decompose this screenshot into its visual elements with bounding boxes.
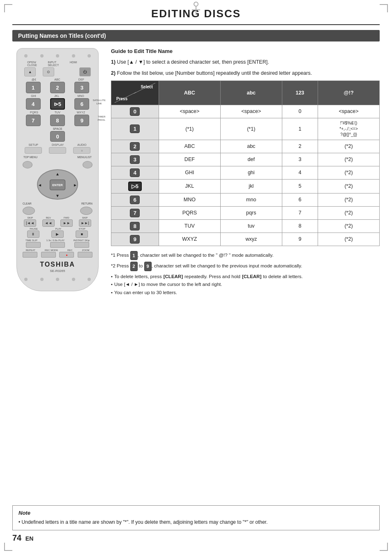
label-ghi: GHI xyxy=(31,94,36,97)
return-btn[interactable] xyxy=(80,207,92,215)
input-select-btn[interactable]: ⊙ xyxy=(43,67,54,76)
audio-btn[interactable]: ○ xyxy=(73,147,90,154)
skip-back-btn[interactable]: |◄◄ xyxy=(24,219,36,227)
corner-mark-tl xyxy=(4,4,12,12)
btn-9[interactable]: 9 xyxy=(74,115,89,126)
nav-right-arrow[interactable]: ► xyxy=(73,183,77,187)
header-top-right: Select xyxy=(141,85,152,89)
abc-cell-9: WXYZ xyxy=(159,233,220,246)
display-btn[interactable] xyxy=(49,147,66,154)
time-slip-btn[interactable] xyxy=(26,242,41,248)
label-play: PLAY xyxy=(55,228,61,230)
stop-btn[interactable]: ■ xyxy=(76,230,88,238)
header-bottom-left: Press xyxy=(116,97,127,101)
sym-cell-4: (*2) xyxy=(318,166,380,179)
bullet-1: To delete letters, press [CLEAR] repeate… xyxy=(111,273,380,281)
menu-labels: TOP MENU MENU/LIST xyxy=(21,155,94,159)
fwd-btn[interactable]: ►► xyxy=(60,219,73,227)
pause-btn[interactable]: ⏸ xyxy=(27,230,39,238)
dot-b1 xyxy=(24,278,28,281)
rec-btns: ● xyxy=(21,252,94,258)
play-speed-btn[interactable] xyxy=(50,242,65,248)
model-number: SE-R0265 xyxy=(21,269,94,273)
setup-btn[interactable] xyxy=(25,147,42,154)
label-mno: MNO xyxy=(77,94,84,97)
btn-4[interactable]: 4 xyxy=(26,98,41,110)
abc-cell-0: <space> xyxy=(159,105,220,118)
play-btn[interactable]: ▶ xyxy=(51,230,64,238)
table-row: 3DEFdef3(*2) xyxy=(111,153,380,166)
row1-labels: .@£ ABC DEF xyxy=(21,78,94,81)
sym-cell-2: (*2) xyxy=(318,140,380,153)
guide-step-1: 1) Use [▲ / ▼] to select a desired chara… xyxy=(111,58,380,66)
table-row: 7PQRSpqrs7(*2) xyxy=(111,206,380,219)
nav-left-arrow[interactable]: ◄ xyxy=(38,183,42,187)
nav-down-arrow[interactable]: ▼ xyxy=(55,193,60,198)
setup-btn-row: ○ xyxy=(21,147,94,154)
rec-mode-btn[interactable] xyxy=(41,252,56,258)
label-clear: CLEAR xyxy=(23,202,32,205)
n123-cell-2: 2 xyxy=(282,140,318,153)
bullet-2: Use [◄ / ►] to move the cursor to the le… xyxy=(111,281,380,289)
dot-3 xyxy=(56,54,59,58)
key-cell-6: 6 xyxy=(111,193,159,206)
n123-cell-0: 0 xyxy=(282,105,318,118)
key-badge-4: 4 xyxy=(130,168,140,177)
btn-7[interactable]: 7 xyxy=(26,115,41,126)
key-badge-8: 8 xyxy=(130,222,140,230)
key-cell-4: 4 xyxy=(111,166,159,179)
toshiba-logo: TOSHIBA xyxy=(21,261,94,268)
label-abc-upper: ABC xyxy=(54,78,60,81)
instant-skip-btn[interactable] xyxy=(74,242,89,248)
btn-3[interactable]: 3 xyxy=(74,82,89,93)
key-1-inline: 1 xyxy=(130,251,138,260)
menu-list-btn[interactable] xyxy=(83,161,92,168)
key-2-inline: 2 xyxy=(130,262,138,271)
rec-btn[interactable]: ● xyxy=(59,252,74,258)
sym-cell-7: (*2) xyxy=(318,206,380,219)
repeat-btn[interactable] xyxy=(23,252,37,258)
open-close-btn[interactable]: ▲ xyxy=(24,67,36,76)
key-badge-2: 2 xyxy=(130,142,140,151)
header-sym: @!? xyxy=(318,81,380,105)
top-menu-btn[interactable] xyxy=(23,161,32,168)
crosshair-circle-top xyxy=(194,2,198,7)
enter-btn[interactable]: ENTER xyxy=(50,180,65,190)
btn-1[interactable]: 1 xyxy=(26,82,41,93)
rev-btn[interactable]: ◄◄ xyxy=(42,219,55,227)
corner-mark-tr xyxy=(380,4,388,12)
label-rec-mode: REC MODE xyxy=(45,249,58,251)
corner-mark-bl xyxy=(4,543,12,551)
nav-up-arrow[interactable]: ▲ xyxy=(55,172,60,176)
clear-btn[interactable] xyxy=(23,207,35,215)
n123-cell-9: 9 xyxy=(282,233,318,246)
btn-2[interactable]: 2 xyxy=(50,82,65,93)
zoom-btn[interactable] xyxy=(78,252,92,258)
label-play-speed: 1.3x / 0.8x PLAY xyxy=(46,239,65,242)
table-row: 2ABCabc2(*2) xyxy=(111,140,380,153)
key-badge-0: 0 xyxy=(130,107,140,116)
skip-fwd-btn[interactable]: ►►| xyxy=(79,219,91,227)
btn-5[interactable]: ⊳5 xyxy=(50,98,65,110)
transport-btns: |◄◄ ◄◄ ►► ►►| xyxy=(21,219,94,227)
key-cell-9: 9 xyxy=(111,233,159,246)
power-btn[interactable]: ⏻ xyxy=(79,67,91,76)
n123-cell-7: 7 xyxy=(282,206,318,219)
table-row: 1(*1)(*1)1!"#$%&'()*+,-./:;<=>?@[]^_{|} xyxy=(111,118,380,140)
note-title: Note xyxy=(18,510,374,516)
btn-8[interactable]: 8 xyxy=(50,115,65,126)
abcl-cell-6: mno xyxy=(220,193,282,206)
table-row: 6MNOmno6(*2) xyxy=(111,193,380,206)
corner-mark-br xyxy=(380,543,388,551)
dot-4 xyxy=(72,54,75,58)
num-row-2: 4 ⊳5 6 SATELLITELINK xyxy=(21,98,94,110)
label-top-menu: TOP MENU xyxy=(23,156,37,159)
dot-b3 xyxy=(56,278,59,281)
table-row: 4GHIghi4(*2) xyxy=(111,166,380,179)
page-number: 74 EN xyxy=(12,533,33,543)
abcl-cell-2: abc xyxy=(220,140,282,153)
btn-6[interactable]: 6 xyxy=(74,98,89,110)
btn-0[interactable]: 0 xyxy=(50,131,65,142)
label-zoom: ZOOM xyxy=(82,249,90,251)
label-tuv: TUV xyxy=(55,111,60,114)
